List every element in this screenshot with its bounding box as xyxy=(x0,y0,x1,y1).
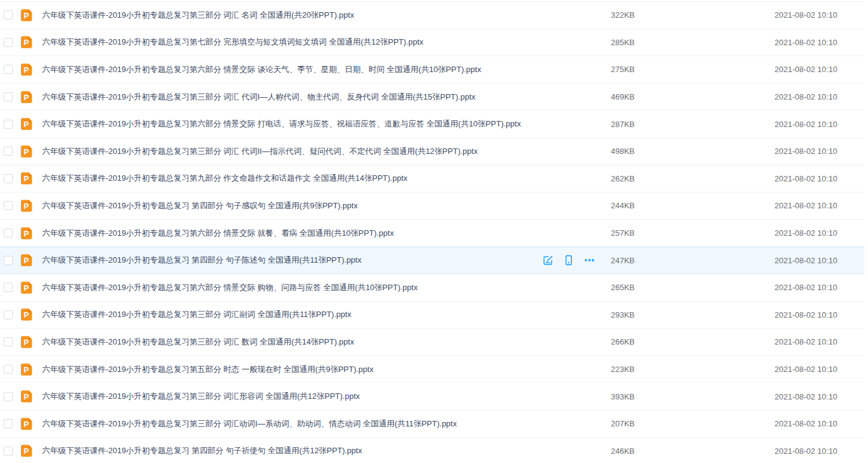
ppt-file-icon: P xyxy=(20,199,34,213)
ppt-file-icon: P xyxy=(20,335,34,349)
ppt-file-icon: P xyxy=(20,145,34,158)
ppt-file-icon: P xyxy=(20,390,34,403)
row-checkbox[interactable] xyxy=(4,228,13,238)
file-name[interactable]: 六年级下英语课件-2019小升初专题总复习第三部分 词汇 代词II—指示代词、疑… xyxy=(42,146,538,157)
file-row[interactable]: P 六年级下英语课件-2019小升初专题总复习 第四部分 句子感叹句 全国通用(… xyxy=(0,192,864,220)
ppt-file-icon: P xyxy=(20,227,34,240)
file-date: 2021-08-02 10:10 xyxy=(775,392,864,401)
row-checkbox[interactable] xyxy=(4,256,13,265)
svg-text:P: P xyxy=(24,120,29,129)
file-size: 207KB xyxy=(611,419,775,428)
file-name[interactable]: 六年级下英语课件-2019小升初专题总复习第六部分 情景交际 谈论天气、季节、星… xyxy=(42,64,538,75)
file-name[interactable]: 六年级下英语课件-2019小升初专题总复习第六部分 情景交际 就餐、看病 全国通… xyxy=(42,228,538,239)
file-row[interactable]: P 六年级下英语课件-2019小升初专题总复习第六部分 情景交际 就餐、看病 全… xyxy=(0,220,864,247)
file-date: 2021-08-02 10:10 xyxy=(775,10,864,20)
row-actions xyxy=(538,255,611,266)
ppt-file-icon: P xyxy=(20,172,34,185)
row-checkbox[interactable] xyxy=(4,337,13,346)
file-row[interactable]: P 六年级下英语课件-2019小升初专题总复习第六部分 情景交际 购物、问路与应… xyxy=(0,274,864,302)
ppt-file-icon: P xyxy=(20,253,34,267)
file-name[interactable]: 六年级下英语课件-2019小升初专题总复习第六部分 情景交际 打电话、请求与应答… xyxy=(42,118,538,129)
file-name[interactable]: 六年级下英语课件-2019小升初专题总复习 第四部分 句子陈述句 全国通用(共1… xyxy=(42,255,538,266)
file-row[interactable]: P 六年级下英语课件-2019小升初专题总复习第三部分 词汇形容词 全国通用(共… xyxy=(0,383,864,410)
file-row[interactable]: P 六年级下英语课件-2019小升初专题总复习第三部分 词汇动词I—系动词、助动… xyxy=(0,410,864,438)
row-checkbox[interactable] xyxy=(4,392,13,401)
row-checkbox[interactable] xyxy=(4,283,13,292)
file-name[interactable]: 六年级下英语课件-2019小升初专题总复习第七部分 完形填空与短文填词短文填词 … xyxy=(42,37,538,48)
ppt-file-icon: P xyxy=(20,363,34,376)
file-row[interactable]: P 六年级下英语课件-2019小升初专题总复习第三部分 词汇 代词I—人称代词、… xyxy=(0,84,864,111)
svg-text:P: P xyxy=(24,420,29,429)
file-date: 2021-08-02 10:10 xyxy=(775,65,864,74)
file-row[interactable]: P 六年级下英语课件-2019小升初专题总复习第三部分 词汇 数词 全国通用(共… xyxy=(0,329,864,356)
svg-text:P: P xyxy=(24,257,29,265)
file-size: 293KB xyxy=(611,310,775,319)
file-name[interactable]: 六年级下英语课件-2019小升初专题总复习第三部分 词汇 代词I—人称代词、物主… xyxy=(42,92,538,103)
ppt-file-icon: P xyxy=(20,63,34,76)
file-size: 257KB xyxy=(611,228,775,238)
file-size: 246KB xyxy=(611,447,775,456)
file-name[interactable]: 六年级下英语课件-2019小升初专题总复习第六部分 情景交际 购物、问路与应答 … xyxy=(42,282,538,293)
file-date: 2021-08-02 10:10 xyxy=(775,174,864,183)
file-row[interactable]: P 六年级下英语课件-2019小升初专题总复习第三部分 词汇 名词 全国通用(共… xyxy=(0,2,864,29)
more-actions-icon[interactable] xyxy=(584,255,595,266)
svg-text:P: P xyxy=(24,447,29,456)
file-date: 2021-08-02 10:10 xyxy=(775,38,864,47)
row-checkbox[interactable] xyxy=(4,419,13,428)
row-checkbox[interactable] xyxy=(4,65,13,74)
file-row[interactable]: P 六年级下英语课件-2019小升初专题总复习第六部分 情景交际 打电话、请求与… xyxy=(0,111,864,138)
svg-text:P: P xyxy=(24,284,29,293)
file-size: 247KB xyxy=(611,256,775,265)
file-date: 2021-08-02 10:10 xyxy=(775,419,864,428)
row-checkbox[interactable] xyxy=(4,201,13,210)
file-row[interactable]: P 六年级下英语课件-2019小升初专题总复习第五部分 时态 一般现在时 全国通… xyxy=(0,356,864,384)
row-checkbox[interactable] xyxy=(4,147,13,156)
file-date: 2021-08-02 10:10 xyxy=(775,228,864,238)
file-date: 2021-08-02 10:10 xyxy=(775,92,864,101)
file-name[interactable]: 六年级下英语课件-2019小升初专题总复习第九部分 作文命题作文和话题作文 全国… xyxy=(42,173,538,184)
send-to-phone-icon[interactable] xyxy=(563,255,574,266)
file-size: 265KB xyxy=(611,283,775,292)
row-checkbox[interactable] xyxy=(4,38,13,47)
row-checkbox[interactable] xyxy=(4,447,13,456)
file-name[interactable]: 六年级下英语课件-2019小升初专题总复习 第四部分 句子祈使句 全国通用(共1… xyxy=(42,445,538,456)
row-checkbox[interactable] xyxy=(4,10,13,20)
file-size: 262KB xyxy=(611,174,775,183)
file-row[interactable]: P 六年级下英语课件-2019小升初专题总复习第七部分 完形填空与短文填词短文填… xyxy=(0,29,864,57)
file-date: 2021-08-02 10:10 xyxy=(775,147,864,156)
svg-text:P: P xyxy=(24,311,29,319)
row-checkbox[interactable] xyxy=(4,120,13,129)
rename-edit-icon[interactable] xyxy=(542,255,553,266)
file-name[interactable]: 六年级下英语课件-2019小升初专题总复习第三部分 词汇 名词 全国通用(共20… xyxy=(42,10,538,21)
file-size: 498KB xyxy=(611,147,775,156)
file-name[interactable]: 六年级下英语课件-2019小升初专题总复习第三部分 词汇副词 全国通用(共11张… xyxy=(42,309,538,320)
file-name[interactable]: 六年级下英语课件-2019小升初专题总复习 第四部分 句子感叹句 全国通用(共9… xyxy=(42,200,538,211)
file-size: 393KB xyxy=(611,392,775,401)
svg-text:P: P xyxy=(24,66,29,75)
file-row[interactable]: P 六年级下英语课件-2019小升初专题总复习 第四部分 句子祈使句 全国通用(… xyxy=(0,438,864,463)
file-name[interactable]: 六年级下英语课件-2019小升初专题总复习第三部分 词汇形容词 全国通用(共12… xyxy=(42,391,538,402)
row-checkbox[interactable] xyxy=(4,92,13,101)
file-row[interactable]: P 六年级下英语课件-2019小升初专题总复习第九部分 作文命题作文和话题作文 … xyxy=(0,166,864,193)
file-row[interactable]: P 六年级下英语课件-2019小升初专题总复习 第四部分 句子陈述句 全国通用(… xyxy=(0,247,864,274)
svg-text:P: P xyxy=(24,202,29,211)
file-row[interactable]: P 六年级下英语课件-2019小升初专题总复习第三部分 词汇副词 全国通用(共1… xyxy=(0,302,864,329)
ppt-file-icon: P xyxy=(20,90,34,104)
file-size: 275KB xyxy=(611,65,775,74)
file-row[interactable]: P 六年级下英语课件-2019小升初专题总复习第六部分 情景交际 谈论天气、季节… xyxy=(0,56,864,84)
file-date: 2021-08-02 10:10 xyxy=(775,310,864,319)
file-size: 287KB xyxy=(611,120,775,129)
ppt-file-icon: P xyxy=(20,444,34,458)
file-row[interactable]: P 六年级下英语课件-2019小升初专题总复习第三部分 词汇 代词II—指示代词… xyxy=(0,138,864,166)
svg-text:P: P xyxy=(24,338,29,347)
file-name[interactable]: 六年级下英语课件-2019小升初专题总复习第三部分 词汇 数词 全国通用(共14… xyxy=(42,337,538,348)
file-size: 266KB xyxy=(611,337,775,346)
row-checkbox[interactable] xyxy=(4,174,13,183)
file-name[interactable]: 六年级下英语课件-2019小升初专题总复习第三部分 词汇动词I—系动词、助动词、… xyxy=(42,418,538,429)
file-date: 2021-08-02 10:10 xyxy=(775,256,864,265)
file-date: 2021-08-02 10:10 xyxy=(775,447,864,456)
row-checkbox[interactable] xyxy=(4,365,13,374)
file-name[interactable]: 六年级下英语课件-2019小升初专题总复习第五部分 时态 一般现在时 全国通用(… xyxy=(42,364,538,375)
file-list: P 六年级下英语课件-2019小升初专题总复习第三部分 词汇 名词 全国通用(共… xyxy=(0,1,864,463)
row-checkbox[interactable] xyxy=(4,310,13,319)
